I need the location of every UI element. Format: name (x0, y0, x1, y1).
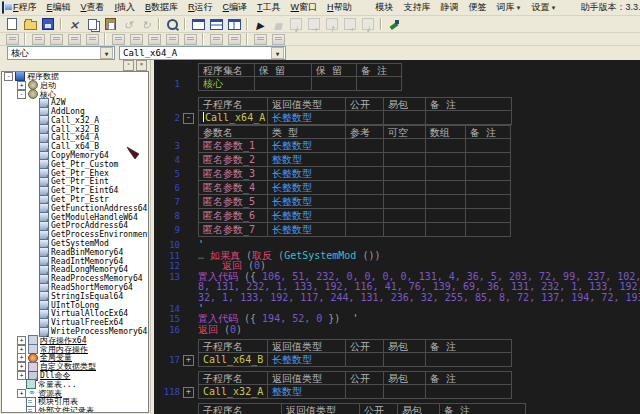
code-line[interactable]: 12返回 (0) (154, 261, 640, 272)
new-file-button[interactable] (4, 17, 20, 31)
code-line[interactable]: 11… 如果真 (取反 (GetSystemMod ()) (154, 251, 640, 262)
tree-item-getprocessenvironmentblockad[interactable]: GetProcessEnvironmentBlockAd (2, 230, 148, 239)
table-cell[interactable]: 匿名参数_7 (198, 223, 268, 237)
table-cell[interactable] (384, 195, 426, 209)
code-line[interactable]: 13置入代码 ({ 106, 51, 232, 0, 0, 0, 0, 131,… (154, 272, 640, 283)
expand-box-icon[interactable]: + (17, 362, 26, 371)
menu-item-H[interactable]: H帮助 (322, 0, 357, 15)
tree-item-[interactable]: +启动 (2, 81, 148, 90)
tree-item-getmodulehandlew64[interactable]: GetModuleHandleW64 (2, 213, 148, 222)
table-cell[interactable] (346, 195, 384, 209)
table-cell[interactable]: 长整数型 (268, 223, 346, 237)
table-cell[interactable] (426, 209, 466, 223)
table-cell[interactable] (426, 353, 512, 367)
table-cell[interactable]: 整数型 (268, 153, 346, 167)
table-row[interactable]: 2-Call_x64_A长整数型 (154, 111, 640, 125)
menu-item-支持库[interactable]: 支持库 (399, 0, 436, 15)
tree-item-stringisequal64[interactable]: StringIsEqual64 (2, 292, 148, 301)
table-cell[interactable] (466, 139, 511, 153)
menu-item-V[interactable]: V查看 (76, 0, 110, 15)
table-cell[interactable] (426, 167, 466, 181)
tree-item-readshortmemory64[interactable]: ReadShortMemory64 (2, 283, 148, 292)
menu-item-模块[interactable]: 模块 (371, 0, 399, 15)
table-cell[interactable] (384, 223, 426, 237)
assembly-combo-arrow-icon[interactable]: ▼ (100, 47, 113, 59)
tree-item-[interactable]: 外部文件记录表 (2, 406, 148, 413)
table-cell[interactable]: 长整数型 (268, 195, 346, 209)
tree-item-call_x64_a[interactable]: Call_x64_A (2, 134, 148, 143)
tree-item-call_x32_b[interactable]: Call_x32_B (2, 125, 148, 134)
table-cell[interactable]: 长整数型 (268, 167, 346, 181)
table-cell[interactable] (357, 77, 402, 91)
tree-item-get_ptr_eint64[interactable]: Get_Ptr_Eint64 (2, 186, 148, 195)
menu-item-设置[interactable]: 设置▼ (527, 0, 562, 15)
table-cell[interactable]: 长整数型 (268, 111, 346, 125)
tree-item-get_ptr_estr[interactable]: Get_Ptr_Estr (2, 195, 148, 204)
table-cell[interactable]: Call_x64_A (198, 111, 268, 125)
tree-item-getfunctionaddress64[interactable]: GetFunctionAddress64 (2, 204, 148, 213)
table-cell[interactable]: 核心 (198, 77, 255, 91)
table-row[interactable]: 6匿名参数_4长整数型 (154, 181, 640, 195)
cut-button[interactable] (66, 17, 82, 31)
table-tool-3-button[interactable] (48, 32, 64, 46)
expand-box-icon[interactable]: + (17, 353, 26, 362)
table-cell[interactable] (346, 139, 384, 153)
tree-item-readbinmemory64[interactable]: ReadBinMemory64 (2, 248, 148, 257)
menu-item-R[interactable]: R运行 (183, 0, 218, 15)
table-tool-5-button[interactable] (84, 32, 100, 46)
table-tool-4-button[interactable] (66, 32, 82, 46)
copy-button[interactable] (84, 17, 100, 31)
table-tool-13-button[interactable] (252, 32, 268, 46)
tree-item-[interactable]: -程序数据 (2, 72, 148, 81)
table-tool-12-button[interactable] (226, 32, 242, 46)
open-file-button[interactable] (22, 17, 38, 31)
table-cell[interactable]: 匿名参数_3 (198, 167, 268, 181)
tree-item-virtualallocex64[interactable]: VirtualAllocEx64 (2, 310, 148, 319)
tree-item-addlong[interactable]: AddLong (2, 107, 148, 116)
expand-box-icon[interactable]: + (17, 371, 26, 380)
tree-item-[interactable]: +自定义数据类型 (2, 362, 148, 371)
table-row[interactable]: 118+Call_x32_A整数型 (154, 385, 640, 399)
menu-item-E[interactable]: E编辑 (42, 0, 76, 15)
tree-item-get_ptr_eint[interactable]: Get_Ptr_Eint (2, 178, 148, 187)
expand-box-icon[interactable]: + (17, 345, 26, 354)
code-line[interactable]: 8, 131, 232, 1, 133, 192, 116, 41, 76, 1… (154, 282, 640, 293)
table-cell[interactable]: 长整数型 (268, 139, 346, 153)
table-tool-8-button[interactable] (146, 32, 162, 46)
table-tool-9-button[interactable] (164, 32, 180, 46)
fold-collapse-icon[interactable]: - (183, 113, 194, 124)
table-cell[interactable]: 长整数型 (268, 181, 346, 195)
tree-item-call_x32_a[interactable]: Call_x32_A (2, 116, 148, 125)
code-line[interactable]: 15置入代码 ({ 194, 52, 0 }) ' (154, 314, 640, 325)
assembly-combo[interactable]: 核心 ▼ (7, 46, 115, 60)
code-line[interactable]: 16返回 (0) (154, 325, 640, 336)
window-layout-2-button[interactable] (208, 17, 224, 31)
table-cell[interactable]: 整数型 (268, 385, 346, 399)
table-cell[interactable] (346, 181, 384, 195)
routine-combo-arrow-icon[interactable]: ▼ (271, 47, 284, 59)
tree-item-readintmemory64[interactable]: ReadIntMemory64 (2, 257, 148, 266)
fold-expand-icon[interactable]: + (183, 387, 194, 398)
table-cell[interactable]: 匿名参数_1 (198, 139, 268, 153)
window-layout-3-button[interactable] (226, 17, 242, 31)
table-cell[interactable] (384, 139, 426, 153)
table-cell[interactable] (426, 195, 466, 209)
save-button[interactable] (40, 17, 56, 31)
panel-float-button[interactable]: ▫ (123, 60, 134, 71)
table-cell[interactable]: 匿名参数_2 (198, 153, 268, 167)
table-tool-7-button[interactable] (128, 32, 144, 46)
table-cell[interactable] (466, 195, 511, 209)
table-cell[interactable] (426, 153, 466, 167)
table-tool-6-button[interactable] (110, 32, 126, 46)
tree-item-get_ptr_ehex[interactable]: Get_Ptr_Ehex (2, 169, 148, 178)
table-cell[interactable] (384, 385, 426, 399)
table-tool-11-button[interactable] (208, 32, 224, 46)
window-layout-1-button[interactable] (190, 17, 206, 31)
collapse-box-icon[interactable]: - (4, 72, 13, 81)
table-row[interactable]: 3匿名参数_1长整数型 (154, 139, 640, 153)
table-cell[interactable] (466, 223, 511, 237)
table-tool-2-button[interactable] (30, 32, 46, 46)
menu-item-B[interactable]: B数据库 (140, 0, 183, 15)
table-cell[interactable]: 长整数型 (268, 209, 346, 223)
expand-box-icon[interactable]: + (17, 81, 26, 90)
